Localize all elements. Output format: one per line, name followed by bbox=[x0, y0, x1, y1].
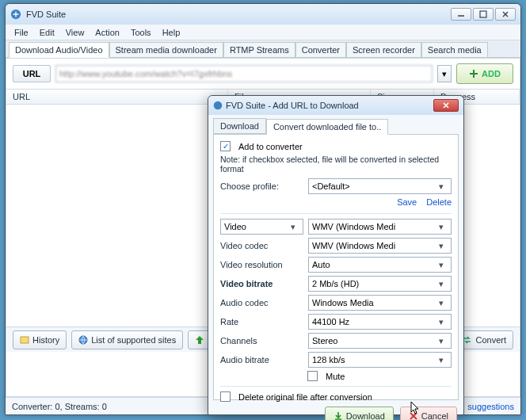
chevron-down-icon: ▾ bbox=[435, 355, 448, 365]
rate-label: Rate bbox=[220, 317, 303, 326]
close-button[interactable] bbox=[495, 8, 516, 21]
video-bitrate-select[interactable]: 2 Mb/s (HD)▾ bbox=[308, 276, 452, 292]
chevron-down-icon: ▾ bbox=[287, 222, 299, 232]
add-to-converter-checkbox[interactable] bbox=[220, 141, 231, 151]
audio-bitrate-label: Audio bitrate bbox=[220, 355, 303, 365]
svg-rect-2 bbox=[21, 337, 29, 343]
globe-icon bbox=[78, 335, 88, 345]
add-button[interactable]: ADD bbox=[456, 63, 513, 84]
download-label: Download bbox=[346, 411, 385, 420]
tab-search[interactable]: Search media bbox=[421, 42, 488, 57]
chevron-down-icon: ▾ bbox=[435, 181, 448, 192]
dialog-title: FVD Suite - Add URL to Download bbox=[226, 101, 359, 110]
mute-label: Mute bbox=[326, 372, 345, 381]
col-url[interactable]: URL bbox=[6, 90, 228, 104]
add-label: ADD bbox=[482, 69, 501, 78]
delete-profile-link[interactable]: Delete bbox=[426, 197, 452, 207]
chevron-down-icon: ▾ bbox=[435, 241, 448, 251]
convert-button[interactable]: Convert bbox=[455, 330, 513, 349]
convert-icon bbox=[463, 335, 472, 345]
dialog-titlebar: FVD Suite - Add URL to Download bbox=[208, 96, 463, 115]
choose-profile-label: Choose profile: bbox=[220, 181, 303, 191]
format-select[interactable]: WMV (Windows Medi▾ bbox=[308, 219, 452, 235]
chevron-down-icon: ▾ bbox=[435, 222, 448, 232]
mute-checkbox[interactable] bbox=[307, 371, 318, 381]
save-profile-link[interactable]: Save bbox=[397, 197, 417, 207]
tab-screen-rec[interactable]: Screen recorder bbox=[346, 42, 421, 57]
video-bitrate-label: Video bitrate bbox=[220, 279, 303, 288]
menu-help[interactable]: Help bbox=[157, 26, 186, 39]
menubar: File Edit View Action Tools Help bbox=[6, 25, 520, 40]
channels-label: Channels bbox=[220, 336, 303, 346]
url-label: URL bbox=[13, 65, 51, 82]
history-label: History bbox=[32, 335, 59, 345]
history-button[interactable]: History bbox=[13, 330, 67, 349]
menu-tools[interactable]: Tools bbox=[125, 26, 157, 39]
add-url-dialog: FVD Suite - Add URL to Download Download… bbox=[208, 95, 464, 415]
url-dropdown[interactable]: ▾ bbox=[437, 65, 452, 82]
tab-converter[interactable]: Converter bbox=[295, 42, 346, 57]
add-to-converter-label: Add to converter bbox=[238, 142, 303, 151]
chevron-down-icon: ▾ bbox=[435, 260, 448, 270]
cancel-label: Cancel bbox=[421, 411, 448, 420]
close-icon bbox=[442, 101, 450, 109]
arrow-up-icon bbox=[195, 335, 204, 345]
window-title: FVD Suite bbox=[26, 10, 66, 19]
category-select[interactable]: Video▾ bbox=[220, 219, 303, 235]
titlebar: FVD Suite bbox=[6, 4, 520, 25]
app-icon bbox=[213, 101, 223, 110]
menu-action[interactable]: Action bbox=[90, 26, 125, 39]
video-codec-select[interactable]: WMV (Windows Medi▾ bbox=[308, 238, 452, 254]
maximize-button[interactable] bbox=[473, 8, 494, 21]
dialog-tabs: Download Convert downloaded file to.. bbox=[213, 118, 459, 134]
rate-select[interactable]: 44100 Hz▾ bbox=[308, 314, 452, 330]
video-codec-label: Video codec bbox=[220, 241, 303, 250]
audio-codec-label: Audio codec bbox=[220, 298, 303, 307]
convert-label: Convert bbox=[475, 335, 506, 345]
audio-codec-select[interactable]: Windows Media▾ bbox=[308, 295, 452, 311]
delete-original-checkbox[interactable] bbox=[220, 391, 231, 402]
tab-stream[interactable]: Stream media downloader bbox=[109, 42, 223, 57]
dialog-panel: Add to converter Note: if checkbox selec… bbox=[213, 134, 459, 400]
delete-original-label: Delete original file after conversion bbox=[238, 392, 372, 402]
dialog-close-button[interactable] bbox=[433, 99, 459, 112]
dialog-tab-convert[interactable]: Convert downloaded file to.. bbox=[266, 119, 388, 135]
main-tabs: Download Audio/Video Stream media downlo… bbox=[6, 40, 520, 58]
chevron-down-icon: ▾ bbox=[435, 298, 448, 308]
menu-edit[interactable]: Edit bbox=[34, 26, 60, 39]
audio-bitrate-select[interactable]: 128 kb/s▾ bbox=[308, 352, 452, 368]
svg-rect-1 bbox=[480, 11, 486, 17]
profile-select[interactable]: <Default>▾ bbox=[308, 178, 452, 194]
download-icon bbox=[334, 411, 343, 420]
note-text: Note: if checkbox selected, file will be… bbox=[220, 155, 452, 174]
plus-icon bbox=[469, 69, 478, 78]
chevron-down-icon: ▾ bbox=[435, 317, 448, 327]
suggestions-link[interactable]: suggestions bbox=[467, 402, 514, 411]
video-resolution-label: Video resolution bbox=[220, 260, 303, 269]
dialog-tab-download[interactable]: Download bbox=[213, 118, 266, 134]
cancel-icon bbox=[409, 411, 418, 420]
profile-value: <Default> bbox=[312, 181, 350, 191]
cancel-button[interactable]: Cancel bbox=[400, 407, 457, 420]
tab-rtmp[interactable]: RTMP Streams bbox=[223, 42, 295, 57]
channels-select[interactable]: Stereo▾ bbox=[308, 333, 452, 349]
chevron-down-icon: ▾ bbox=[435, 336, 448, 346]
menu-view[interactable]: View bbox=[60, 26, 90, 39]
app-icon bbox=[10, 9, 21, 20]
menu-file[interactable]: File bbox=[9, 26, 34, 39]
chevron-down-icon: ▾ bbox=[435, 279, 448, 289]
supported-sites-button[interactable]: List of supported sites bbox=[71, 330, 183, 349]
status-text: Converter: 0, Streams: 0 bbox=[12, 402, 107, 411]
url-input[interactable] bbox=[55, 65, 433, 82]
url-bar: URL ▾ ADD bbox=[6, 59, 520, 89]
chevron-down-icon: ▾ bbox=[442, 69, 447, 79]
minimize-button[interactable] bbox=[451, 8, 471, 21]
supported-label: List of supported sites bbox=[91, 335, 176, 345]
svg-point-5 bbox=[214, 101, 223, 110]
download-button[interactable]: Download bbox=[325, 407, 394, 420]
video-resolution-select[interactable]: Auto▾ bbox=[308, 257, 452, 273]
tab-download-av[interactable]: Download Audio/Video bbox=[9, 42, 109, 58]
history-icon bbox=[20, 335, 29, 345]
dialog-buttons: Download Cancel bbox=[208, 403, 463, 420]
